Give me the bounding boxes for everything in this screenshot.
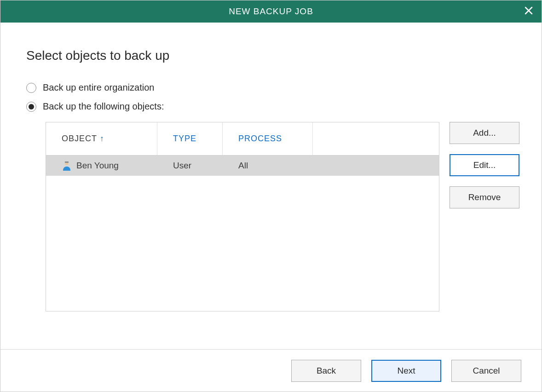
radio-label: Back up entire organization [43, 82, 154, 93]
back-button[interactable]: Back [291, 360, 361, 382]
cell-object: Ben Young [46, 161, 157, 171]
cell-text: Ben Young [76, 161, 119, 171]
cell-process: All [223, 161, 313, 171]
remove-button[interactable]: Remove [450, 186, 519, 208]
column-type[interactable]: TYPE [157, 122, 223, 155]
add-button[interactable]: Add... [450, 122, 519, 144]
column-label: OBJECT [62, 134, 97, 144]
column-spacer [313, 122, 439, 155]
window-title: NEW BACKUP JOB [229, 6, 313, 17]
radio-specific-objects[interactable]: Back up the following objects: [26, 101, 519, 112]
cell-type: User [157, 161, 223, 171]
column-label: PROCESS [238, 134, 282, 144]
column-process[interactable]: PROCESS [223, 122, 313, 155]
titlebar: NEW BACKUP JOB [0, 0, 542, 23]
radio-label: Back up the following objects: [43, 101, 164, 112]
objects-area: OBJECT ↑ TYPE PROCESS [46, 122, 519, 311]
next-button[interactable]: Next [371, 360, 441, 382]
scope-radio-group: Back up entire organization Back up the … [26, 82, 519, 112]
table-header: OBJECT ↑ TYPE PROCESS [46, 122, 439, 156]
cancel-button[interactable]: Cancel [451, 360, 521, 382]
sort-ascending-icon: ↑ [100, 134, 104, 144]
column-label: TYPE [173, 134, 196, 144]
radio-icon [26, 83, 36, 93]
page-heading: Select objects to back up [26, 48, 519, 63]
side-buttons: Add... Edit... Remove [450, 122, 519, 311]
dialog-content: Select objects to back up Back up entire… [0, 23, 542, 349]
svg-rect-1 [65, 161, 69, 162]
user-icon [62, 161, 72, 171]
objects-table: OBJECT ↑ TYPE PROCESS [46, 122, 439, 311]
radio-icon [26, 102, 36, 112]
wizard-footer: Back Next Cancel [0, 349, 542, 392]
edit-button[interactable]: Edit... [450, 154, 519, 176]
column-object[interactable]: OBJECT ↑ [46, 122, 157, 155]
table-row[interactable]: Ben Young User All [46, 156, 439, 176]
radio-entire-org[interactable]: Back up entire organization [26, 82, 519, 93]
close-icon[interactable] [524, 6, 533, 17]
